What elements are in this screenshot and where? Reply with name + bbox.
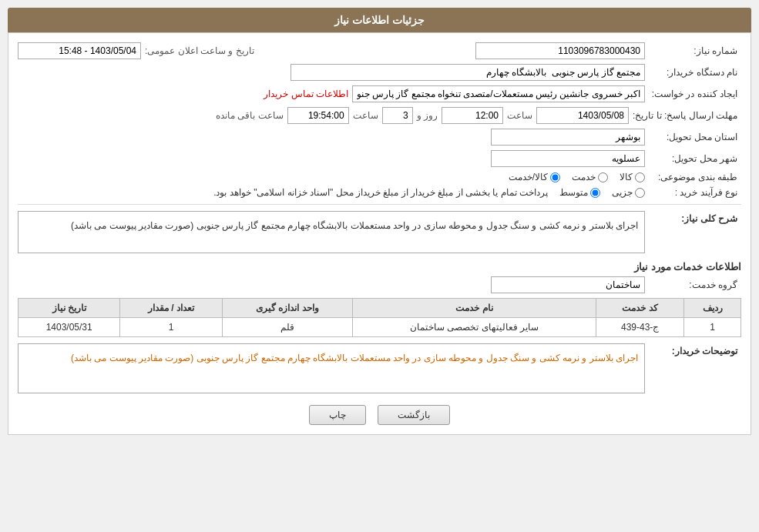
category-label: طبقه بندی موضوعی: (649, 172, 741, 182)
buyer-org-row: نام دستگاه خریدار: (18, 64, 741, 81)
col-code: کد خدمت (596, 299, 684, 318)
need-number-row: شماره نیاز: تاریخ و ساعت اعلان عمومی: (18, 42, 741, 59)
description-label: شرح کلی نیاز: (649, 211, 741, 224)
category-both-radio[interactable] (550, 172, 560, 182)
services-section-title: اطلاعات خدمات مورد نیاز (18, 261, 741, 273)
buyer-notes-label: توضیحات خریدار: (649, 343, 741, 356)
cell-qty: 1 (120, 318, 222, 337)
col-qty: تعداد / مقدار (120, 299, 222, 318)
category-khedmat-radio[interactable] (598, 172, 608, 182)
time-label: ساعت (507, 110, 532, 121)
process-note: پرداخت تمام یا بخشی از مبلغ خریدار از مب… (213, 187, 548, 198)
page-header: جزئیات اطلاعات نیاز (8, 8, 751, 32)
city-label: شهر محل تحویل: (649, 153, 741, 164)
services-table: ردیف کد خدمت نام خدمت واحد اندازه گیری ت… (18, 298, 741, 337)
services-section: اطلاعات خدمات مورد نیاز گروه خدمت: ردیف … (18, 261, 741, 337)
category-kala-radio[interactable] (635, 172, 645, 182)
remain-input[interactable] (287, 107, 349, 124)
category-row: طبقه بندی موضوعی: کالا خدمت کالا/خدمت (18, 172, 741, 182)
category-khedmat-option[interactable]: خدمت (572, 172, 608, 182)
process-jazyi-radio[interactable] (635, 188, 645, 198)
process-row: نوع فرآیند خرید : جزیی متوسط پرداخت تمام… (18, 187, 741, 198)
need-number-label: شماره نیاز: (649, 45, 741, 56)
col-unit: واحد اندازه گیری (222, 299, 352, 318)
cell-unit: قلم (222, 318, 352, 337)
province-label: استان محل تحویل: (649, 132, 741, 142)
deadline-date-input[interactable] (536, 107, 629, 124)
table-row: 1 ج-43-439 سایر فعالیتهای تخصصی ساختمان … (18, 318, 741, 337)
deadline-time-input[interactable] (442, 107, 503, 124)
buyer-org-input[interactable] (291, 64, 645, 81)
category-radio-group: کالا خدمت کالا/خدمت (509, 172, 645, 182)
deadline-row: مهلت ارسال پاسخ: تا تاریخ: ساعت روز و سا… (18, 107, 741, 124)
cell-date: 1403/05/31 (18, 318, 120, 337)
city-input[interactable] (491, 150, 645, 167)
description-row: شرح کلی نیاز: اجرای بلاستر و نرمه کشی و … (18, 211, 741, 253)
back-button[interactable]: بازگشت (378, 405, 450, 425)
page-title: جزئیات اطلاعات نیاز (334, 14, 425, 26)
description-content: اجرای بلاستر و نرمه کشی و سنگ جدول و محو… (18, 211, 645, 253)
col-row-num: ردیف (684, 299, 741, 318)
need-number-input[interactable] (475, 42, 645, 59)
service-group-row: گروه خدمت: (18, 276, 741, 293)
remain-text-label: ساعت باقی مانده (216, 110, 284, 121)
announce-label: تاریخ و ساعت اعلان عمومی: (145, 45, 254, 56)
category-both-option[interactable]: کالا/خدمت (509, 172, 560, 182)
buyer-org-label: نام دستگاه خریدار: (649, 67, 741, 78)
announce-input[interactable] (18, 42, 141, 59)
buyer-notes-text: اجرای بلاستر و نرمه کشی و سنگ جدول و محو… (71, 353, 638, 363)
province-input[interactable] (491, 129, 645, 146)
category-kala-option[interactable]: کالا (620, 172, 645, 182)
buttons-row: بازگشت چاپ (18, 405, 741, 425)
process-radio-group: جزیی متوسط (559, 187, 645, 198)
deadline-days-input[interactable] (382, 107, 413, 124)
creator-input[interactable] (352, 85, 645, 102)
col-name: نام خدمت (353, 299, 596, 318)
city-row: شهر محل تحویل: (18, 150, 741, 167)
process-label: نوع فرآیند خرید : (649, 187, 741, 198)
service-group-input[interactable] (491, 276, 645, 293)
cell-row-num: 1 (684, 318, 741, 337)
day-label: روز و (417, 110, 438, 121)
cell-code: ج-43-439 (596, 318, 684, 337)
service-group-label: گروه خدمت: (649, 279, 741, 290)
buyer-notes-content: اجرای بلاستر و نرمه کشی و سنگ جدول و محو… (18, 343, 645, 393)
cell-name: سایر فعالیتهای تخصصی ساختمان (353, 318, 596, 337)
creator-row: ایجاد کننده در خواست: اطلاعات تماس خریدا… (18, 85, 741, 102)
process-motevaset-radio[interactable] (590, 188, 600, 198)
table-header-row: ردیف کد خدمت نام خدمت واحد اندازه گیری ت… (18, 299, 741, 318)
process-jazyi-option[interactable]: جزیی (612, 187, 645, 198)
province-row: استان محل تحویل: (18, 129, 741, 146)
col-date: تاریخ نیاز (18, 299, 120, 318)
creator-label: ایجاد کننده در خواست: (649, 89, 741, 99)
print-button[interactable]: چاپ (309, 405, 366, 425)
deadline-label: مهلت ارسال پاسخ: تا تاریخ: (633, 110, 741, 121)
process-motevaset-option[interactable]: متوسط (559, 187, 600, 198)
remain-label: ساعت (353, 110, 378, 121)
buyer-notes-row: توضیحات خریدار: اجرای بلاستر و نرمه کشی … (18, 343, 741, 393)
contact-link[interactable]: اطلاعات تماس خریدار (264, 89, 348, 99)
